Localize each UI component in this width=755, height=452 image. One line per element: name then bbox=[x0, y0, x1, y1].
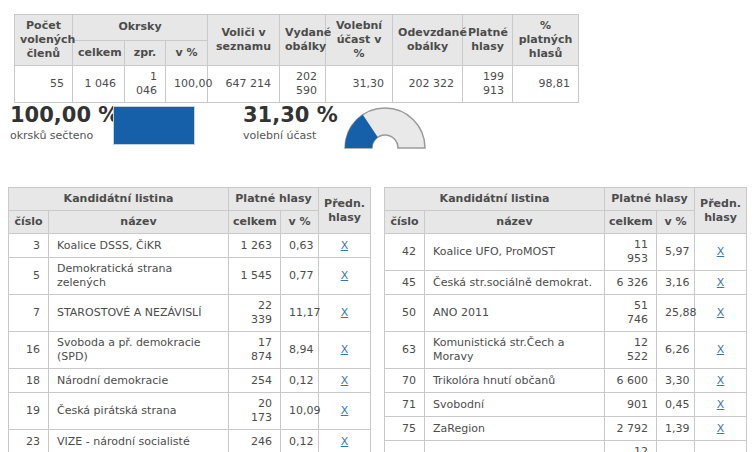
header-districts-processed: zpr. bbox=[125, 40, 166, 66]
preferential-votes-link[interactable]: X bbox=[341, 306, 349, 319]
header-candidate-list: Kandidátní listina bbox=[9, 188, 229, 211]
turnout-gauge-icon bbox=[340, 100, 430, 154]
counted-label: okrsků sečteno bbox=[10, 129, 93, 142]
votes-total: 1 545 bbox=[229, 258, 281, 295]
header-valid-votes: Platné hlasy bbox=[463, 15, 513, 66]
header-districts-pct: v % bbox=[166, 40, 208, 66]
preferential-votes-link[interactable]: X bbox=[717, 398, 725, 411]
pref-cell: X bbox=[319, 369, 371, 393]
preferential-votes-link[interactable]: X bbox=[341, 343, 349, 356]
votes-percent: 0,45 bbox=[657, 393, 695, 417]
pref-cell: X bbox=[319, 258, 371, 295]
preferential-votes-link[interactable]: X bbox=[341, 269, 349, 282]
votes-total: 11 953 bbox=[605, 234, 657, 271]
preferential-votes-link[interactable]: X bbox=[341, 404, 349, 417]
table-row: 18Národní demokracie2540,12X bbox=[9, 369, 371, 393]
counted-progress-fill bbox=[114, 107, 194, 144]
party-name: Trikolóra hnutí občanů bbox=[425, 369, 605, 393]
votes-total: 51 746 bbox=[605, 295, 657, 332]
table-row: 3Koalice DSSS, ČiKR1 2630,63X bbox=[9, 234, 371, 258]
pref-cell: X bbox=[319, 393, 371, 430]
list-number: 42 bbox=[385, 234, 425, 271]
votes-percent: 6,11 bbox=[657, 441, 695, 452]
preferential-votes-link[interactable]: X bbox=[341, 239, 349, 252]
preferential-votes-link[interactable]: X bbox=[717, 374, 725, 387]
table-row: 50ANO 201151 74625,88X bbox=[385, 295, 747, 332]
header-turnout-pct: Volební účast v % bbox=[326, 15, 393, 66]
pref-cell: X bbox=[319, 430, 371, 452]
summary-section: Počet volených členů Okrsky Voliči v sez… bbox=[14, 14, 579, 103]
preferential-votes-link[interactable]: X bbox=[717, 276, 725, 289]
header-name: název bbox=[425, 211, 605, 234]
value-districts-pct: 100,00 bbox=[166, 66, 208, 103]
votes-total: 901 bbox=[605, 393, 657, 417]
preferential-votes-link[interactable]: X bbox=[341, 435, 349, 448]
pref-cell: X bbox=[695, 271, 747, 295]
table-row: 42Koalice UFO, ProMOST11 9535,97X bbox=[385, 234, 747, 271]
party-name: Koalice DSSS, ČiKR bbox=[49, 234, 229, 258]
preferential-votes-link[interactable]: X bbox=[717, 306, 725, 319]
party-name: Národní demokracie bbox=[49, 369, 229, 393]
header-issued-envelopes: Vydané obálky bbox=[280, 15, 326, 66]
votes-total: 17 874 bbox=[229, 332, 281, 369]
header-candidate-list: Kandidátní listina bbox=[385, 188, 605, 211]
votes-total: 12 220 bbox=[605, 441, 657, 452]
pref-cell: X bbox=[319, 295, 371, 332]
votes-percent: 10,09 bbox=[281, 393, 319, 430]
header-districts-total: celkem bbox=[73, 40, 125, 66]
party-name: ZaRegion bbox=[425, 417, 605, 441]
votes-percent: 0,12 bbox=[281, 369, 319, 393]
counted-percent: 100,00 % bbox=[10, 103, 119, 127]
header-name: název bbox=[49, 211, 229, 234]
votes-percent: 25,88 bbox=[657, 295, 695, 332]
list-number: 19 bbox=[9, 393, 49, 430]
candidate-list-left: Kandidátní listina Platné hlasy Předn. h… bbox=[8, 187, 371, 452]
pref-cell: X bbox=[695, 417, 747, 441]
summary-table: Počet volených členů Okrsky Voliči v sez… bbox=[14, 14, 579, 103]
table-row: 45Česká str.sociálně demokrat.6 3263,16X bbox=[385, 271, 747, 295]
header-pct: v % bbox=[657, 211, 695, 234]
list-number: 77 bbox=[385, 441, 425, 452]
preferential-votes-link[interactable]: X bbox=[341, 374, 349, 387]
turnout-percent: 31,30 % bbox=[243, 103, 338, 127]
value-registered-voters: 647 214 bbox=[208, 66, 280, 103]
party-name: Svobodní bbox=[425, 393, 605, 417]
table-row: 77JsmePRO,LES,SNKED,Zelení,TOP0912 2206,… bbox=[385, 441, 747, 452]
header-valid-votes-group: Platné hlasy bbox=[605, 188, 695, 211]
list-number: 23 bbox=[9, 430, 49, 452]
header-districts-group: Okrsky bbox=[73, 15, 208, 41]
preferential-votes-link[interactable]: X bbox=[717, 245, 725, 258]
header-total: celkem bbox=[229, 211, 281, 234]
list-number: 75 bbox=[385, 417, 425, 441]
table-row: 5Demokratická strana zelených1 5450,77X bbox=[9, 258, 371, 295]
party-name: Koalice UFO, ProMOST bbox=[425, 234, 605, 271]
value-returned-envelopes: 202 322 bbox=[393, 66, 463, 103]
list-number: 18 bbox=[9, 369, 49, 393]
votes-percent: 8,94 bbox=[281, 332, 319, 369]
value-turnout-pct: 31,30 bbox=[326, 66, 393, 103]
list-number: 5 bbox=[9, 258, 49, 295]
votes-percent: 1,39 bbox=[657, 417, 695, 441]
header-pct: v % bbox=[281, 211, 319, 234]
header-pref-votes: Předn. hlasy bbox=[695, 188, 747, 234]
votes-total: 254 bbox=[229, 369, 281, 393]
votes-percent: 3,30 bbox=[657, 369, 695, 393]
header-valid-votes-pct: % platných hlasů bbox=[513, 15, 579, 66]
header-elected-members: Počet volených členů bbox=[15, 15, 73, 66]
header-registered-voters: Voliči v seznamu bbox=[208, 15, 280, 66]
table-row: 19Česká pirátská strana20 17310,09X bbox=[9, 393, 371, 430]
votes-total: 6 600 bbox=[605, 369, 657, 393]
party-name: Demokratická strana zelených bbox=[49, 258, 229, 295]
header-returned-envelopes: Odevzdané obálky bbox=[393, 15, 463, 66]
party-name: ANO 2011 bbox=[425, 295, 605, 332]
party-name: STAROSTOVÉ A NEZÁVISLÍ bbox=[49, 295, 229, 332]
preferential-votes-link[interactable]: X bbox=[717, 422, 725, 435]
summary-row: 55 1 046 1 046 100,00 647 214 202 590 31… bbox=[15, 66, 579, 103]
pref-cell: X bbox=[695, 234, 747, 271]
votes-total: 1 263 bbox=[229, 234, 281, 258]
list-number: 45 bbox=[385, 271, 425, 295]
pref-cell: X bbox=[319, 332, 371, 369]
candidate-table-right: Kandidátní listina Platné hlasy Předn. h… bbox=[384, 187, 747, 452]
table-row: 75ZaRegion2 7921,39X bbox=[385, 417, 747, 441]
preferential-votes-link[interactable]: X bbox=[717, 343, 725, 356]
